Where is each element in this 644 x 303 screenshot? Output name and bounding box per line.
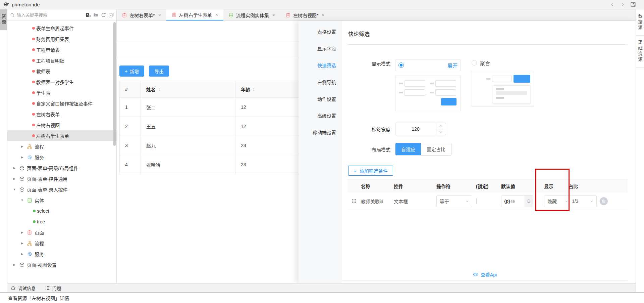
menu-item-mobile-settings[interactable]: 移动端设置 (299, 124, 342, 141)
menu-item-table-settings[interactable]: 表格设置 (299, 24, 342, 40)
debug-info-button[interactable]: 调试信息 (11, 285, 36, 291)
datasource-vertical-tab[interactable]: 数据源 (636, 9, 644, 36)
form-dot-icon (32, 91, 35, 94)
search-input[interactable] (17, 12, 84, 17)
radio-on-icon[interactable] (398, 62, 404, 68)
sort-icon[interactable]: ▲▼ (253, 88, 255, 91)
tree-item[interactable]: 教师表一对多学生 (7, 77, 116, 87)
ratio-select[interactable]: 1/3 (569, 195, 597, 207)
tab-left-tree-right-student-form[interactable]: 左树右学生表单 × (166, 9, 223, 20)
resource-tree: 表单生命周起事件 财务费用归集表 工程申请表 工程项目明细 教师表 教师表一对多… (7, 21, 116, 283)
tree-item[interactable]: ▼ 实体 (7, 195, 116, 206)
radio-aggregate[interactable]: 聚合 (472, 59, 534, 67)
chevron-right-icon[interactable]: ▶ (20, 145, 24, 148)
chevron-right-icon[interactable]: ▶ (12, 166, 16, 170)
tab-left-tree-right-form[interactable]: 左树右表单* × (117, 9, 166, 20)
add-filter-condition-button[interactable]: + 添加筛选条件 (348, 166, 393, 176)
collapse-all-icon[interactable] (109, 12, 114, 17)
chevron-down-icon[interactable]: ▼ (20, 199, 24, 202)
form-dot-icon (32, 70, 35, 73)
trash-icon (602, 199, 606, 203)
default-value-suffix-button[interactable]: D (525, 196, 533, 207)
header-control: 控件 (394, 183, 436, 189)
default-value-input[interactable]: {p} te D (501, 195, 533, 207)
radio-expand[interactable]: 展开 (395, 59, 461, 71)
form-dot-icon (32, 38, 35, 40)
menu-item-action-settings[interactable]: 动作设置 (299, 91, 342, 107)
chevron-right-icon[interactable]: ▶ (20, 242, 24, 245)
chevron-down-icon[interactable]: ▼ (12, 188, 16, 191)
resource-panel: 表单生命周起事件 财务费用归集表 工程申请表 工程项目明细 教师表 教师表一对多… (7, 9, 117, 283)
menu-item-advanced-settings[interactable]: 高级设置 (299, 107, 342, 124)
add-row-button[interactable]: + 新增 (119, 66, 144, 77)
tree-item[interactable]: 学生表 (7, 87, 116, 98)
tree-item[interactable]: ▶ 页面-视图设置 (7, 259, 116, 270)
segment-fixed-ratio[interactable]: 固定占比 (421, 143, 451, 155)
label-width-input[interactable]: 120 (395, 123, 446, 135)
col-header-name[interactable]: 姓名 ▲▼ (141, 81, 235, 98)
tree-item[interactable]: ▶ 服务 (7, 249, 116, 259)
tab-left-tree-right-view[interactable]: 左树右视图* × (280, 9, 330, 20)
tree-item[interactable]: ▼ 页面-表单-录入控件 (7, 184, 116, 195)
tree-item[interactable]: ▶ 页面-表单-高级/布局组件 (7, 163, 116, 173)
offline-resources-vertical-tab[interactable]: 离线资源 (636, 36, 644, 68)
display-select[interactable]: 隐藏 (544, 195, 572, 207)
menu-item-quick-filter[interactable]: 快速筛选 (299, 57, 342, 74)
close-icon[interactable]: × (215, 12, 218, 17)
layout-mode-label: 布局模式 (347, 143, 390, 156)
segment-adaptive[interactable]: 自适应 (395, 143, 421, 155)
import-resource-icon[interactable] (86, 12, 91, 17)
refresh-icon[interactable] (101, 12, 106, 17)
tree-scrollbar[interactable] (113, 22, 116, 146)
resources-vertical-tab[interactable]: 资源 (0, 9, 7, 30)
close-icon[interactable]: × (158, 12, 161, 18)
quick-filter-panel: 快速筛选 显示模式 展开 聚合 (342, 21, 636, 283)
close-icon[interactable]: × (322, 12, 324, 18)
panel-title: 快速筛选 (347, 21, 636, 44)
tree-item[interactable]: ▶ 页面 (7, 227, 116, 238)
tree-item[interactable]: ▶ 服务 (7, 152, 116, 163)
drag-handle-icon[interactable] (352, 199, 361, 203)
close-icon[interactable]: × (272, 12, 275, 18)
operator-select[interactable]: 等于 (436, 195, 472, 207)
new-folder-icon[interactable] (93, 12, 98, 17)
view-api-link[interactable]: 查看Api (342, 271, 628, 278)
tree-item[interactable]: 工程申请表 (7, 44, 116, 55)
radio-off-icon[interactable] (472, 60, 477, 66)
tree-item[interactable]: 左树右视图 (7, 120, 116, 130)
tree-item[interactable]: 财务费用归集表 (7, 34, 116, 44)
tree-item[interactable]: tree (7, 216, 116, 227)
tree-item-selected[interactable]: 左树右学生表单 (7, 130, 116, 141)
stepper-down-icon[interactable] (436, 129, 446, 135)
chevron-right-icon[interactable]: ▶ (20, 252, 24, 256)
header-locked: (锁定) (476, 183, 501, 189)
tab-process-instance-entity[interactable]: 流程实例实体集 × (223, 9, 280, 20)
menu-item-display-fields[interactable]: 显示字段 (299, 40, 342, 57)
tree-item[interactable]: 工程项目明细 (7, 55, 116, 66)
entity-database-icon (229, 13, 233, 17)
nav-forward-icon[interactable] (620, 2, 625, 7)
chevron-right-icon[interactable]: ▶ (12, 263, 16, 266)
tree-item[interactable]: ▶ 流程 (7, 238, 116, 249)
tree-item[interactable]: 表单生命周起事件 (7, 23, 116, 34)
tree-item[interactable]: 左树右表单 (7, 109, 116, 120)
sort-icon[interactable]: ▲▼ (158, 88, 160, 91)
tree-item[interactable]: 自定义窗口操作按钮及事件 (7, 98, 116, 109)
chevron-right-icon[interactable]: ▶ (12, 177, 16, 180)
locked-checkbox[interactable] (476, 198, 477, 204)
editor-tab-bar: 左树右表单* × 左树右学生表单 × 流程实例实体集 × 左树右视图* × (117, 9, 636, 21)
export-button[interactable]: 导出 (149, 66, 169, 77)
nav-back-icon[interactable] (610, 2, 615, 7)
chevron-right-icon[interactable]: ▶ (20, 231, 24, 234)
tree-item[interactable]: select (7, 206, 116, 216)
tree-item[interactable]: ▶ 页面-表单-控件通用 (7, 173, 116, 184)
chevron-down-icon (565, 200, 568, 203)
stepper-up-icon[interactable] (436, 123, 446, 129)
tree-item[interactable]: ▶ 流程 (7, 141, 116, 152)
delete-row-button[interactable] (600, 197, 608, 205)
chevron-right-icon[interactable]: ▶ (20, 156, 24, 159)
save-icon[interactable] (630, 2, 636, 7)
tree-item[interactable]: 教师表 (7, 66, 116, 77)
menu-item-left-nav[interactable]: 左侧导航 (299, 74, 342, 91)
problems-button[interactable]: 问题 (45, 285, 61, 291)
